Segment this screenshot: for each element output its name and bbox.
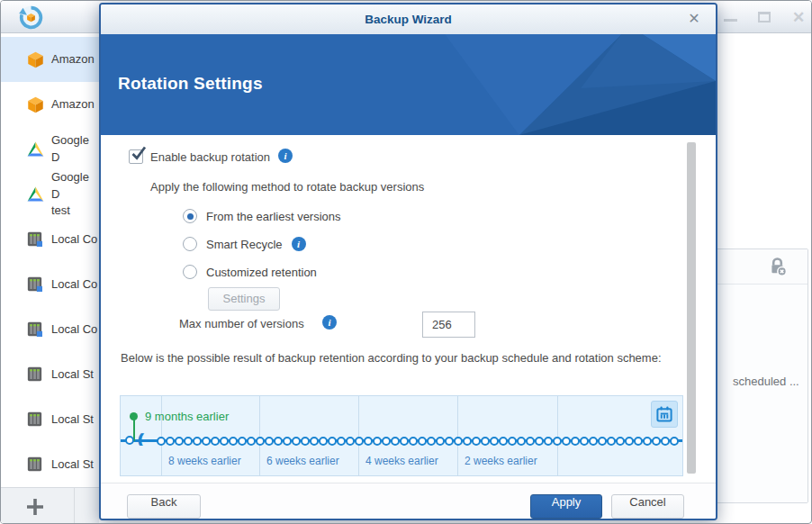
version-dot xyxy=(355,437,364,446)
cancel-button[interactable]: Cancel xyxy=(611,494,684,519)
calendar-icon[interactable] xyxy=(651,401,678,428)
dialog-titlebar: Backup Wizard ✕ xyxy=(101,5,716,34)
sidebar-item[interactable]: Amazon xyxy=(1,37,99,82)
lock-disabled-icon[interactable] xyxy=(768,257,788,276)
version-dot xyxy=(454,437,463,446)
version-dot xyxy=(382,437,391,446)
version-dot xyxy=(346,437,355,446)
version-dot xyxy=(400,437,409,446)
version-dot xyxy=(436,437,445,446)
sidebar-item[interactable]: Amazon xyxy=(1,82,99,127)
sidebar-item-label: Local Co xyxy=(51,321,97,339)
version-dot xyxy=(337,437,346,446)
version-dot xyxy=(310,437,319,446)
version-dot xyxy=(517,437,526,446)
dialog-heading: Rotation Settings xyxy=(118,74,263,94)
version-dot xyxy=(193,437,202,446)
dialog-title: Backup Wizard xyxy=(365,13,452,26)
sidebar-item[interactable]: Local St xyxy=(1,442,99,487)
radio-button[interactable] xyxy=(183,237,197,251)
sidebar-item-label: Google D test xyxy=(51,169,99,221)
sidebar-item[interactable]: Local Co xyxy=(1,217,99,262)
radio-button[interactable] xyxy=(183,265,197,279)
version-dot xyxy=(265,437,274,446)
content-scrollbar[interactable] xyxy=(687,142,696,474)
version-dot xyxy=(625,437,634,446)
sidebar-item[interactable]: Google D test xyxy=(1,172,99,217)
local-server-icon xyxy=(27,411,44,429)
local-server-icon xyxy=(27,456,44,474)
sidebar-item[interactable]: Local Co xyxy=(1,262,99,307)
version-dot xyxy=(580,437,589,446)
hyper-backup-window: ✕ Amazon Amazon Google D Google D test L… xyxy=(0,0,812,524)
version-dot xyxy=(229,437,238,446)
timeline-tick-label: 4 weeks earlier xyxy=(365,455,438,467)
local-server-icon xyxy=(27,366,44,384)
version-dot xyxy=(562,437,571,446)
version-dot xyxy=(472,437,481,446)
version-dot xyxy=(328,437,337,446)
version-dot xyxy=(175,437,184,446)
sidebar-item[interactable]: Local St xyxy=(1,352,99,397)
version-dot xyxy=(544,437,553,446)
version-dot xyxy=(409,437,418,446)
timeline-tick-label: 6 weeks earlier xyxy=(266,455,339,467)
version-dot xyxy=(256,437,265,446)
sidebar-item-label: Local St xyxy=(51,456,94,474)
version-dot xyxy=(526,437,535,446)
dialog-footer: Back Apply Cancel xyxy=(101,483,716,520)
google-drive-icon xyxy=(27,186,44,203)
sidebar-item-label: Local St xyxy=(51,366,94,384)
version-dot xyxy=(247,437,256,446)
sidebar-item[interactable]: Google D xyxy=(1,127,99,172)
version-dot xyxy=(643,437,652,446)
window-controls: ✕ xyxy=(723,1,806,33)
info-icon[interactable]: i xyxy=(278,149,293,163)
version-dot xyxy=(607,437,616,446)
amazon-icon xyxy=(27,51,44,68)
maximize-icon[interactable] xyxy=(757,10,771,24)
max-versions-label: Max number of versions xyxy=(179,317,304,330)
google-drive-icon xyxy=(27,141,44,158)
version-dot xyxy=(571,437,580,446)
version-dot xyxy=(125,436,134,445)
sidebar-item[interactable]: Local Co xyxy=(1,307,99,352)
version-dot xyxy=(481,437,490,446)
timeline-tick-label: 2 weeks earlier xyxy=(465,455,537,467)
enable-rotation-label: Enable backup rotation xyxy=(150,150,270,164)
info-icon[interactable]: i xyxy=(322,315,337,330)
back-button[interactable]: Back xyxy=(127,494,201,519)
version-dot xyxy=(391,437,400,446)
version-dot xyxy=(220,437,229,446)
result-note: Below is the possible result of backup r… xyxy=(121,348,697,368)
settings-button[interactable]: Settings xyxy=(208,287,280,311)
start-marker-label: 9 months earlier xyxy=(145,410,229,423)
window-close-icon[interactable]: ✕ xyxy=(791,10,806,24)
max-versions-input[interactable] xyxy=(422,312,475,338)
sidebar-item[interactable]: Local St xyxy=(1,397,99,442)
version-dot xyxy=(427,437,436,446)
version-dot xyxy=(652,437,661,446)
enable-rotation-checkbox[interactable] xyxy=(129,149,143,164)
version-dot xyxy=(202,437,211,446)
version-dot xyxy=(211,437,220,446)
version-dot xyxy=(283,437,292,446)
minimize-icon[interactable] xyxy=(723,10,737,24)
sidebar-item-label: Local Co xyxy=(51,276,97,294)
dialog-close-icon[interactable]: ✕ xyxy=(685,10,703,27)
version-dot xyxy=(184,437,193,446)
local-server-sync-icon xyxy=(27,321,44,339)
info-icon[interactable]: i xyxy=(292,237,306,251)
add-task-button[interactable] xyxy=(24,496,46,518)
version-dot xyxy=(373,437,382,446)
sidebar-footer xyxy=(1,487,99,524)
version-dot xyxy=(157,437,166,446)
dialog-content: Enable backup rotation i Apply the follo… xyxy=(101,135,716,483)
version-dot xyxy=(490,437,499,446)
sidebar-item-label: Local St xyxy=(51,411,94,429)
version-dot xyxy=(535,437,544,446)
apply-button[interactable]: Apply xyxy=(530,494,602,519)
version-dot xyxy=(445,437,454,446)
rotation-method-option: Customized retention xyxy=(183,264,317,280)
radio-button[interactable] xyxy=(183,209,197,223)
